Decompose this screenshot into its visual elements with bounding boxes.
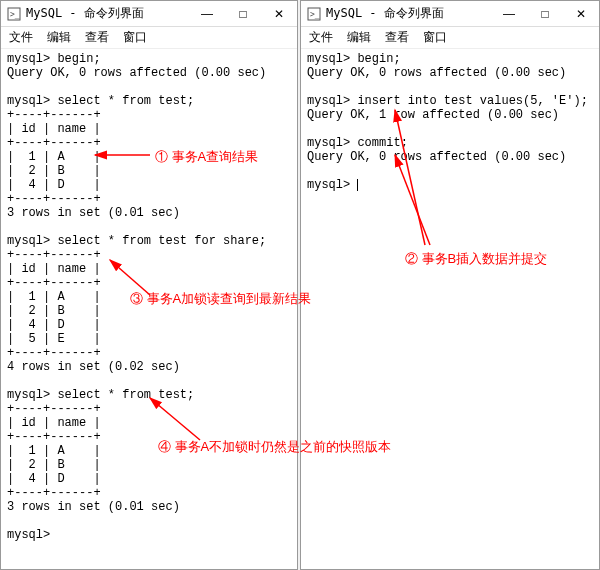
terminal-output[interactable]: mysql> begin; Query OK, 0 rows affected …: [301, 49, 599, 569]
window-title: MySQL - 命令列界面: [26, 5, 189, 22]
menu-view[interactable]: 查看: [85, 29, 109, 46]
terminal-output[interactable]: mysql> begin; Query OK, 0 rows affected …: [1, 49, 297, 569]
app-icon: >_: [307, 7, 321, 21]
terminal-window-a: >_ MySQL - 命令列界面 — □ ✕ 文件 编辑 查看 窗口 mysql…: [0, 0, 298, 570]
menubar: 文件 编辑 查看 窗口: [1, 27, 297, 49]
titlebar[interactable]: >_ MySQL - 命令列界面 — □ ✕: [1, 1, 297, 27]
terminal-window-b: >_ MySQL - 命令列界面 — □ ✕ 文件 编辑 查看 窗口 mysql…: [300, 0, 600, 570]
close-button[interactable]: ✕: [563, 1, 599, 27]
menu-edit[interactable]: 编辑: [347, 29, 371, 46]
text-cursor: [357, 179, 358, 191]
menubar: 文件 编辑 查看 窗口: [301, 27, 599, 49]
menu-file[interactable]: 文件: [309, 29, 333, 46]
window-controls: — □ ✕: [491, 1, 599, 27]
window-title: MySQL - 命令列界面: [326, 5, 491, 22]
app-icon: >_: [7, 7, 21, 21]
window-controls: — □ ✕: [189, 1, 297, 27]
menu-file[interactable]: 文件: [9, 29, 33, 46]
minimize-button[interactable]: —: [189, 1, 225, 27]
maximize-button[interactable]: □: [527, 1, 563, 27]
menu-window[interactable]: 窗口: [423, 29, 447, 46]
svg-text:>_: >_: [10, 10, 20, 19]
close-button[interactable]: ✕: [261, 1, 297, 27]
menu-view[interactable]: 查看: [385, 29, 409, 46]
menu-edit[interactable]: 编辑: [47, 29, 71, 46]
titlebar[interactable]: >_ MySQL - 命令列界面 — □ ✕: [301, 1, 599, 27]
maximize-button[interactable]: □: [225, 1, 261, 27]
minimize-button[interactable]: —: [491, 1, 527, 27]
svg-text:>_: >_: [310, 10, 320, 19]
menu-window[interactable]: 窗口: [123, 29, 147, 46]
